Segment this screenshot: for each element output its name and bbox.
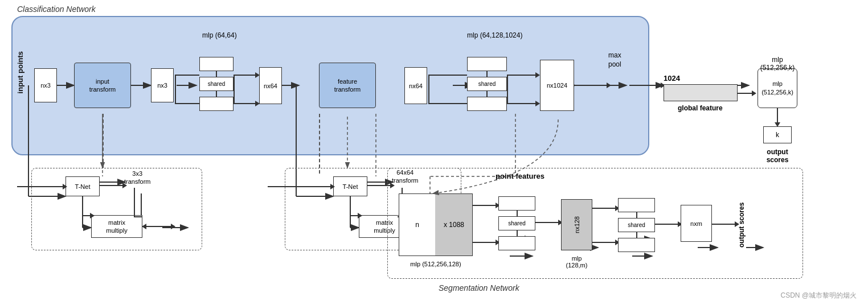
mlp-k-top-label: mlp (512,256,k) — [758, 56, 797, 72]
arr1b — [175, 103, 199, 104]
arr1v — [175, 75, 176, 96]
arr-mm1-out — [142, 226, 174, 227]
mlp2-cv2 — [486, 91, 488, 97]
v-3x3-mm — [134, 188, 135, 216]
max-pool-label: maxpool — [608, 51, 621, 69]
main-container: Classification Network input points — [0, 0, 868, 305]
k-output-box: k — [763, 126, 792, 143]
arr2v2 — [234, 96, 235, 104]
nx64-box-2: nx64 — [404, 67, 427, 104]
arr-tnet2-in — [268, 186, 333, 187]
nxm-box: nxm — [681, 205, 712, 242]
ah-3x3 — [122, 183, 127, 188]
dim-1024-label: 1024 — [664, 74, 680, 83]
mlp1-connector-v — [216, 71, 217, 77]
nx3-box-2: nx3 — [151, 68, 174, 102]
mlp-128-m-label: mlp (128,m) — [561, 255, 592, 269]
nx3-box-1: nx3 — [34, 68, 57, 102]
seg-arr3t — [592, 208, 618, 209]
seg-arr1t — [473, 205, 498, 206]
ah-tnet2 — [330, 184, 335, 189]
arr2t — [234, 75, 258, 76]
seg-arr2 — [535, 222, 561, 223]
pa2t — [507, 75, 538, 76]
tnet1-box: T-Net — [65, 176, 100, 196]
pa1 — [428, 75, 467, 76]
dashed-v2 — [103, 114, 104, 168]
output-scores-top-label: output scores — [758, 148, 797, 164]
seg-mlp2-top — [618, 198, 655, 212]
input-points-label: input points — [16, 51, 24, 93]
mlp-512-256-128-label: mlp (512,256,128) — [399, 261, 473, 267]
seg-mlp1-top — [498, 196, 535, 211]
nx128-box: nx128 — [561, 199, 592, 250]
ah-mm1 — [90, 213, 95, 219]
pa1v — [428, 75, 429, 96]
mlp-64-128-1024-label: mlp (64,128,1024) — [467, 31, 522, 39]
mlp2-cv — [486, 71, 488, 77]
watermark: CSDN @城市黎明的烟火 — [780, 291, 857, 300]
seg-arr5 — [712, 224, 738, 225]
seg-arr3b — [592, 242, 618, 243]
ah-mm1-out — [171, 224, 175, 229]
seg-mlp1-cv — [517, 211, 518, 216]
global-feature-label: global feature — [678, 104, 723, 112]
h-3x3-mm — [134, 216, 142, 217]
mlp1-bottom-box — [199, 97, 234, 111]
pa2b — [507, 103, 538, 104]
transform-3x3-label: 3x3transform — [124, 170, 150, 186]
seg-mlp1-shared: shared — [498, 216, 535, 230]
dashed-v1 — [319, 114, 320, 174]
arr-nx1024 — [575, 85, 609, 86]
classification-label: Classification Network — [17, 5, 96, 14]
global-feature-bar — [664, 84, 738, 101]
seg-mlp2-cv — [636, 212, 637, 218]
n-x-1088-box: n x 1088 — [399, 193, 473, 256]
arr-tnet1-in — [17, 186, 65, 187]
mlp1-connector-v2 — [216, 91, 217, 97]
arr-maxpool — [629, 85, 664, 86]
arr1 — [175, 75, 199, 76]
ah5 — [607, 83, 611, 88]
mlp-64-64-label: mlp (64,64) — [202, 31, 237, 39]
seg-arr4 — [655, 224, 681, 225]
output-scores-seg-label: output scores — [738, 196, 746, 253]
point-features-label: point features — [496, 172, 544, 180]
seg-mlp1-cv2 — [517, 230, 518, 236]
seg-mlp2-shared: shared — [618, 218, 655, 232]
matrix-multiply-1-box: matrixmultiply — [91, 215, 142, 238]
nx64-box-1: nx64 — [259, 67, 282, 104]
tnet1-dashed-box — [31, 168, 202, 250]
pa2v2 — [507, 96, 508, 104]
seg-mlp1-bottom — [498, 236, 535, 250]
tnet2-box: T-Net — [333, 176, 367, 196]
seg-mlp2-cv2 — [636, 232, 637, 238]
mlp1-shared-box: shared — [199, 77, 234, 91]
arr2v — [234, 75, 235, 96]
arr-tnet1-out — [100, 185, 125, 186]
seg-mlp2-bottom — [618, 238, 655, 252]
mlp1-top-box — [199, 57, 234, 71]
pa2v — [507, 75, 508, 96]
v-tnet2-mm — [350, 196, 351, 216]
ah-tnet1 — [63, 184, 67, 189]
mlp-512-256-k-box: mlp(512,256,k) — [758, 68, 797, 108]
ah4 — [535, 101, 540, 106]
nx1024-box: nx1024 — [540, 60, 574, 111]
mlp2-top-box — [467, 57, 507, 71]
ah-mm2 — [358, 213, 362, 219]
mlp2-bottom-box — [467, 97, 507, 111]
feature-transform-box: featuretransform — [319, 63, 376, 108]
arr2b — [234, 103, 258, 104]
seg-arr1b — [473, 242, 498, 243]
segmentation-label: Segmentation Network — [439, 283, 519, 292]
mlp2-shared-box: shared — [467, 77, 507, 91]
ah3 — [535, 72, 540, 78]
pa1b — [428, 103, 467, 104]
ah7 — [752, 90, 756, 96]
v-tnet1-mm — [82, 196, 83, 216]
input-transform-box: inputtransform — [74, 63, 131, 108]
